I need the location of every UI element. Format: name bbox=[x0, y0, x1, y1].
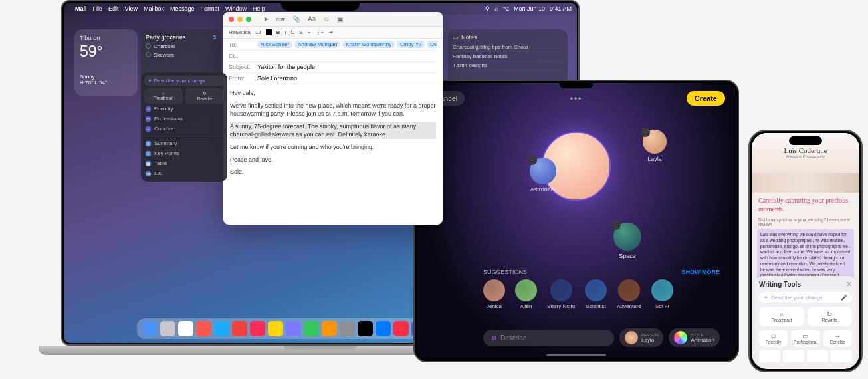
recipient-chip[interactable]: Andrew Mulligan bbox=[294, 41, 340, 48]
dock-app[interactable] bbox=[358, 321, 373, 336]
create-button[interactable]: Create bbox=[687, 91, 725, 106]
dock-app[interactable] bbox=[232, 321, 247, 336]
menu-file[interactable]: File bbox=[93, 5, 103, 12]
menu-mailbox[interactable]: Mailbox bbox=[144, 5, 164, 12]
describe-input[interactable]: ⊕Describe bbox=[483, 330, 614, 346]
menu-edit[interactable]: Edit bbox=[108, 5, 119, 12]
remove-badge-icon[interactable]: − bbox=[641, 128, 650, 137]
menu-view[interactable]: View bbox=[125, 5, 138, 12]
mic-icon[interactable]: 🎤 bbox=[841, 295, 847, 301]
menu-format[interactable]: Format bbox=[200, 5, 219, 12]
dock-app[interactable] bbox=[393, 321, 409, 336]
concept-layla[interactable]: − Layla bbox=[643, 130, 667, 162]
dock-app[interactable] bbox=[376, 321, 391, 336]
menu-message[interactable]: Message bbox=[170, 5, 195, 12]
to-field[interactable]: To: Nick Scheer Andrew Mulligan Kristin … bbox=[229, 39, 437, 51]
tone-concise[interactable]: →Concise bbox=[823, 330, 852, 347]
show-more-button[interactable]: SHOW MORE bbox=[682, 269, 720, 275]
dock-app[interactable] bbox=[178, 321, 193, 336]
close-icon[interactable]: ✕ bbox=[846, 280, 852, 289]
menubar-time[interactable]: 9:41 AM bbox=[550, 5, 572, 12]
photo-icon[interactable]: ▣ bbox=[337, 15, 343, 23]
remove-badge-icon[interactable]: − bbox=[528, 156, 537, 165]
dock-app[interactable] bbox=[268, 321, 283, 336]
rewrite-button[interactable]: ↻Rewrite bbox=[808, 307, 853, 326]
font-size[interactable]: 12 bbox=[255, 29, 261, 35]
proofread-button[interactable]: ⌕Proofread bbox=[144, 88, 183, 104]
wifi-icon[interactable]: ⚲ bbox=[485, 5, 490, 12]
control-center-icon[interactable]: ⌥ bbox=[502, 5, 509, 12]
note-item[interactable]: Charcoal grilling tips from Shota bbox=[453, 43, 563, 52]
tone-professional[interactable]: ▭Professional bbox=[791, 330, 819, 347]
transform-summary[interactable]: ≡Summary bbox=[144, 138, 224, 148]
transform-list[interactable]: ☰List bbox=[144, 168, 224, 178]
suggestion-item[interactable]: Sci-Fi bbox=[651, 279, 673, 309]
attach-icon[interactable]: 📎 bbox=[292, 15, 300, 23]
dock-app[interactable] bbox=[214, 321, 229, 336]
dock-app[interactable] bbox=[250, 321, 265, 336]
strike-button[interactable]: S bbox=[300, 29, 303, 35]
subject-field[interactable]: Subject:Yakitori for the people bbox=[229, 62, 437, 73]
list-button[interactable]: ⋮≡ bbox=[316, 29, 324, 35]
remove-badge-icon[interactable]: − bbox=[611, 221, 621, 230]
transform-keypoints[interactable]: ⁝Key Points bbox=[144, 148, 224, 158]
dock-app[interactable] bbox=[196, 321, 211, 336]
menu-help[interactable]: Help bbox=[253, 5, 265, 12]
cc-field[interactable]: Cc: bbox=[229, 51, 437, 62]
rewrite-button[interactable]: ↻Rewrite bbox=[185, 88, 224, 104]
person-picker[interactable]: PERSONLayla bbox=[619, 328, 663, 347]
style-picker[interactable]: STYLEAnimation bbox=[669, 328, 720, 347]
describe-change-input[interactable]: ✦Describe your change🎤 bbox=[759, 292, 852, 303]
tone-friendly[interactable]: ☺Friendly bbox=[759, 330, 788, 347]
spotlight-icon[interactable]: ⌕ bbox=[494, 5, 498, 12]
font-select[interactable]: Helvetica bbox=[229, 29, 251, 35]
note-item[interactable]: T-shirt designs bbox=[453, 61, 563, 70]
home-indicator[interactable] bbox=[546, 354, 606, 356]
transform-thumbnails[interactable] bbox=[759, 350, 852, 362]
transform-table[interactable]: ▦Table bbox=[144, 158, 224, 168]
suggestion-item[interactable]: Starry Night bbox=[547, 279, 575, 309]
weather-widget[interactable]: Tiburon 59° Sunny H:70° L:54° bbox=[74, 29, 138, 96]
app-name[interactable]: Mail bbox=[75, 5, 87, 12]
describe-change-input[interactable]: ✦ Describe your change bbox=[144, 76, 224, 86]
suggestion-item[interactable]: Adventure bbox=[617, 279, 641, 309]
mail-body[interactable]: Hey pals, We've finally settled into the… bbox=[223, 84, 443, 185]
from-field[interactable]: From:Sole Lorenzino bbox=[229, 73, 437, 84]
recipient-chip[interactable]: Kristin Goldsworthy bbox=[342, 41, 395, 48]
dock-app[interactable] bbox=[142, 321, 158, 336]
reminder-item[interactable]: Skewers bbox=[146, 52, 216, 58]
dock-app[interactable] bbox=[340, 321, 355, 336]
bold-button[interactable]: B bbox=[276, 29, 280, 35]
dock-app[interactable] bbox=[322, 321, 337, 336]
window-traffic-lights[interactable] bbox=[229, 17, 251, 22]
suggestion-item[interactable]: Scientist bbox=[585, 279, 607, 309]
header-fields-icon[interactable]: ▭▾ bbox=[276, 15, 285, 23]
concept-astronaut[interactable]: − Astronaut bbox=[530, 158, 556, 193]
italic-button[interactable]: I bbox=[285, 29, 286, 35]
suggestion-item[interactable]: Jenica bbox=[483, 279, 505, 309]
more-options-icon[interactable]: ••• bbox=[570, 94, 583, 104]
concept-space[interactable]: − Space bbox=[613, 223, 641, 259]
tone-professional[interactable]: ▭Professional bbox=[144, 114, 224, 124]
reminder-item[interactable]: Charcoal bbox=[146, 43, 216, 49]
dock-app[interactable] bbox=[304, 321, 319, 336]
underline-button[interactable]: U bbox=[291, 29, 295, 35]
tone-concise[interactable]: →Concise bbox=[144, 124, 224, 134]
indent-button[interactable]: ⇥ bbox=[328, 29, 333, 35]
suggestion-item[interactable]: Alien bbox=[515, 279, 537, 309]
dock-app[interactable] bbox=[160, 321, 175, 336]
emoji-icon[interactable]: ☺ bbox=[323, 15, 330, 23]
text-color[interactable] bbox=[266, 29, 272, 35]
note-item[interactable]: Fantasy baseball notes bbox=[453, 52, 563, 61]
align-button[interactable]: ≡ bbox=[308, 29, 311, 35]
format-icon[interactable]: Aa bbox=[308, 15, 316, 23]
recipient-chip[interactable]: Cindy Yu bbox=[397, 41, 425, 48]
recipient-chip[interactable]: Dylan Edwards bbox=[427, 41, 437, 48]
tone-friendly[interactable]: ☺Friendly bbox=[144, 104, 224, 114]
send-icon[interactable]: ➤ bbox=[263, 15, 269, 23]
proofread-button[interactable]: ⌕Proofread bbox=[759, 307, 804, 326]
recipient-chip[interactable]: Nick Scheer bbox=[257, 41, 292, 48]
dock-app[interactable] bbox=[286, 321, 301, 336]
menu-window[interactable]: Window bbox=[225, 5, 247, 12]
menubar-date[interactable]: Mon Jun 10 bbox=[514, 5, 545, 12]
